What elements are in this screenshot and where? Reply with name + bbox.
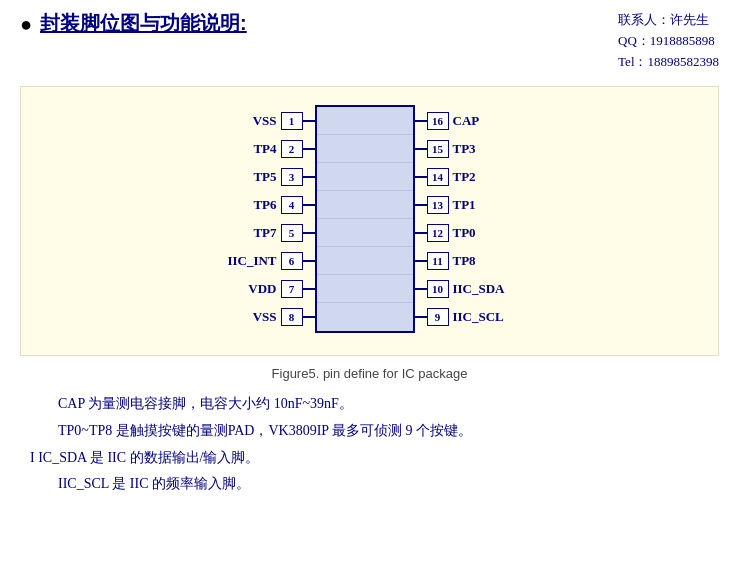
pin-line-12 [415, 232, 427, 234]
pin-line-3 [303, 176, 315, 178]
pin-box-1: 1 [281, 112, 303, 130]
ic-cell-1 [317, 107, 413, 135]
pin-box-14: 14 [427, 168, 449, 186]
pin-box-11: 11 [427, 252, 449, 270]
pin-label-tp8: TP8 [449, 253, 514, 269]
page: ● 封装脚位图与功能说明: 联系人：许先生 QQ：1918885898 Tel：… [0, 0, 739, 508]
ic-cell-4 [317, 191, 413, 219]
pin-line-11 [415, 260, 427, 262]
pin-box-7: 7 [281, 280, 303, 298]
pins-right: 16 CAP 15 TP3 14 TP2 13 [415, 107, 514, 331]
contact-qq: QQ：1918885898 [618, 31, 719, 52]
pin-box-6: 6 [281, 252, 303, 270]
pin-row-left-2: TP4 2 [226, 135, 315, 163]
pin-label-tp2: TP2 [449, 169, 514, 185]
contact-name: 联系人：许先生 [618, 10, 719, 31]
pin-label-tp4: TP4 [226, 141, 281, 157]
ic-diagram: VSS 1 TP4 2 TP5 3 TP6 [226, 105, 514, 333]
ic-cell-8 [317, 303, 413, 331]
pin-box-3: 3 [281, 168, 303, 186]
pin-label-vdd: VDD [226, 281, 281, 297]
ic-cell-2 [317, 135, 413, 163]
pin-box-9: 9 [427, 308, 449, 326]
bullet-icon: ● [20, 14, 32, 34]
pin-label-iic-sda: IIC_SDA [449, 281, 514, 297]
pin-row-left-1: VSS 1 [226, 107, 315, 135]
pin-line-16 [415, 120, 427, 122]
page-title: 封装脚位图与功能说明: [40, 10, 247, 37]
pin-label-iic-scl: IIC_SCL [449, 309, 514, 325]
pin-label-tp3: TP3 [449, 141, 514, 157]
ic-cell-6 [317, 247, 413, 275]
pin-line-1 [303, 120, 315, 122]
pin-box-16: 16 [427, 112, 449, 130]
pin-label-tp1: TP1 [449, 197, 514, 213]
pin-label-tp0: TP0 [449, 225, 514, 241]
pin-line-9 [415, 316, 427, 318]
pin-row-left-4: TP6 4 [226, 191, 315, 219]
pin-row-left-7: VDD 7 [226, 275, 315, 303]
diagram-caption: Figure5. pin define for IC package [20, 366, 719, 381]
pin-row-left-5: TP7 5 [226, 219, 315, 247]
pin-row-right-16: 16 CAP [415, 107, 514, 135]
desc-line-4: IIC_SCL 是 IIC 的频率输入脚。 [30, 471, 719, 498]
contact-tel: Tel：18898582398 [618, 52, 719, 73]
ic-cell-3 [317, 163, 413, 191]
desc-line-2: TP0~TP8 是触摸按键的量测PAD，VK3809IP 最多可侦测 9 个按键… [30, 418, 719, 445]
pin-label-vss-1: VSS [226, 113, 281, 129]
desc-line-1: CAP 为量测电容接脚，电容大小约 10nF~39nF。 [30, 391, 719, 418]
pin-line-5 [303, 232, 315, 234]
ic-cell-7 [317, 275, 413, 303]
pin-row-right-13: 13 TP1 [415, 191, 514, 219]
pin-label-tp6: TP6 [226, 197, 281, 213]
pin-row-right-11: 11 TP8 [415, 247, 514, 275]
ic-cell-5 [317, 219, 413, 247]
pin-row-left-6: IIC_INT 6 [226, 247, 315, 275]
pin-box-15: 15 [427, 140, 449, 158]
header: ● 封装脚位图与功能说明: 联系人：许先生 QQ：1918885898 Tel：… [20, 10, 719, 72]
pin-row-right-9: 9 IIC_SCL [415, 303, 514, 331]
pin-row-right-15: 15 TP3 [415, 135, 514, 163]
pin-row-right-14: 14 TP2 [415, 163, 514, 191]
desc-line-3: I IC_SDA 是 IIC 的数据输出/输入脚。 [30, 445, 719, 472]
pins-left: VSS 1 TP4 2 TP5 3 TP6 [226, 107, 315, 331]
pin-line-7 [303, 288, 315, 290]
pin-line-14 [415, 176, 427, 178]
pin-box-2: 2 [281, 140, 303, 158]
pin-row-left-3: TP5 3 [226, 163, 315, 191]
pin-row-right-10: 10 IIC_SDA [415, 275, 514, 303]
pin-box-8: 8 [281, 308, 303, 326]
pin-label-cap: CAP [449, 113, 514, 129]
header-title: ● 封装脚位图与功能说明: [20, 10, 247, 37]
description: CAP 为量测电容接脚，电容大小约 10nF~39nF。 TP0~TP8 是触摸… [20, 391, 719, 497]
pin-line-4 [303, 204, 315, 206]
pin-line-8 [303, 316, 315, 318]
pin-box-12: 12 [427, 224, 449, 242]
ic-body [315, 105, 415, 333]
pin-box-5: 5 [281, 224, 303, 242]
pin-line-15 [415, 148, 427, 150]
pin-row-right-12: 12 TP0 [415, 219, 514, 247]
pin-line-2 [303, 148, 315, 150]
pin-box-13: 13 [427, 196, 449, 214]
pin-label-tp7: TP7 [226, 225, 281, 241]
contact-info: 联系人：许先生 QQ：1918885898 Tel：18898582398 [618, 10, 719, 72]
pin-line-10 [415, 288, 427, 290]
pin-line-13 [415, 204, 427, 206]
pin-label-tp5: TP5 [226, 169, 281, 185]
pin-box-4: 4 [281, 196, 303, 214]
pin-box-10: 10 [427, 280, 449, 298]
pin-label-vss-8: VSS [226, 309, 281, 325]
pin-row-left-8: VSS 8 [226, 303, 315, 331]
pin-line-6 [303, 260, 315, 262]
pin-label-iic-int: IIC_INT [226, 253, 281, 269]
diagram-area: VSS 1 TP4 2 TP5 3 TP6 [20, 86, 719, 356]
